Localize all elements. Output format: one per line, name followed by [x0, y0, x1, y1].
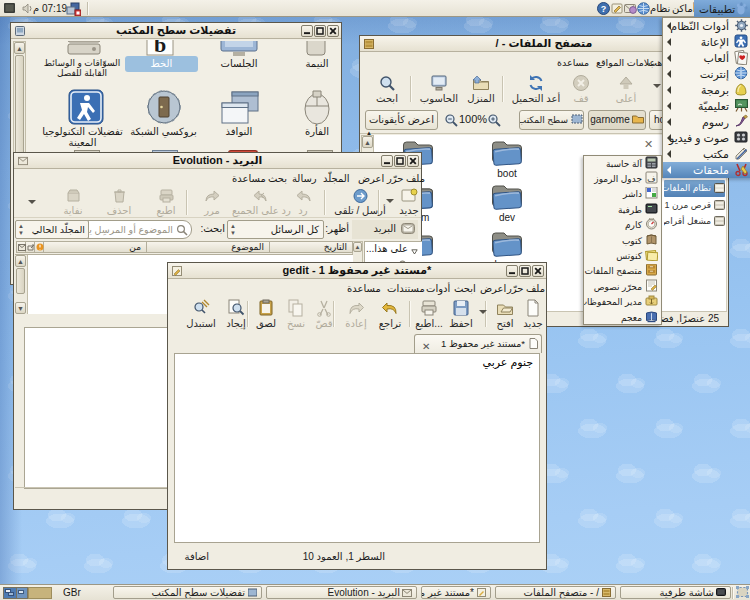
svg-text:?: ? — [601, 4, 607, 14]
svg-text:b: b — [154, 40, 166, 56]
svg-text:ف: ف — [647, 174, 655, 183]
